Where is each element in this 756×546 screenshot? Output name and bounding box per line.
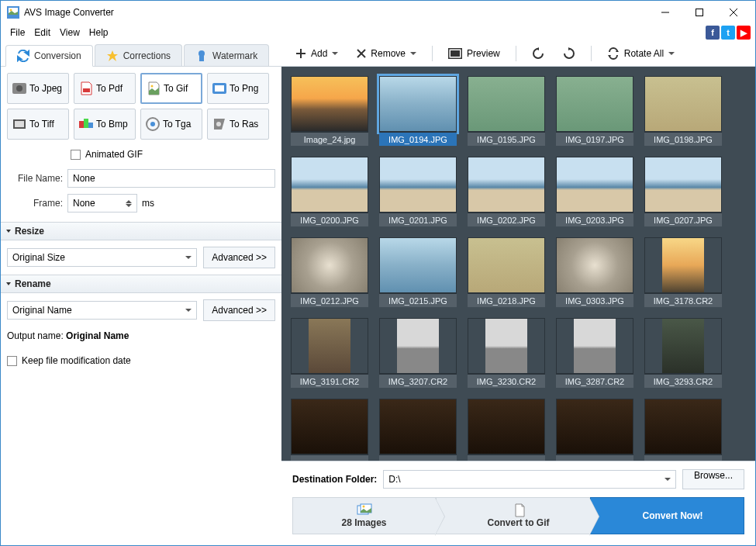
thumbnail[interactable] xyxy=(468,399,545,461)
format-button-to-tga[interactable]: To Tga xyxy=(140,109,202,140)
facebook-icon[interactable]: f xyxy=(706,26,720,40)
thumbnail-caption: IMG_0212.JPG xyxy=(291,293,368,307)
output-name-value: Original Name xyxy=(66,330,129,341)
menu-view[interactable]: View xyxy=(55,26,85,40)
remove-button[interactable]: Remove xyxy=(349,43,424,64)
thumbnail-caption: IMG_0207.JPG xyxy=(644,213,722,226)
format-label: To Pdf xyxy=(96,83,123,94)
thumbnail-image xyxy=(379,237,457,293)
thumbnail-caption: IMG_3178.CR2 xyxy=(644,293,722,307)
add-button[interactable]: Add xyxy=(288,43,346,64)
keep-date-checkbox[interactable] xyxy=(7,356,17,366)
destination-label: Destination Folder: xyxy=(292,474,377,485)
thumbnail[interactable]: IMG_3178.CR2 xyxy=(644,237,722,307)
thumbnail[interactable]: IMG_3230.CR2 xyxy=(468,318,545,388)
browse-button[interactable]: Browse... xyxy=(682,469,744,489)
close-button[interactable] xyxy=(716,2,751,23)
tab-watermark[interactable]: Watermark xyxy=(184,44,269,66)
thumbnail[interactable]: Image_24.jpg xyxy=(291,76,368,146)
svg-point-36 xyxy=(362,506,364,508)
twitter-icon[interactable]: t xyxy=(721,26,735,40)
youtube-icon[interactable]: ▶ xyxy=(737,26,751,40)
step-convert-to: Convert to Gif xyxy=(436,497,590,534)
rename-combo[interactable]: Original Name xyxy=(7,301,197,320)
thumbnail-caption: IMG_3207.CR2 xyxy=(379,374,457,388)
format-button-to-gif[interactable]: To Gif xyxy=(140,73,202,104)
maximize-button[interactable] xyxy=(682,2,716,23)
thumbnail[interactable]: IMG_0201.JPG xyxy=(379,157,457,226)
thumbnail[interactable]: IMG_0195.JPG xyxy=(468,76,545,146)
thumbnail[interactable]: IMG_3293.CR2 xyxy=(644,318,722,388)
thumbnail-image xyxy=(644,399,722,454)
resize-advanced-button[interactable]: Advanced >> xyxy=(203,247,275,268)
format-label: To Gif xyxy=(164,83,188,94)
animated-gif-checkbox[interactable] xyxy=(71,150,81,160)
thumbnail[interactable] xyxy=(644,399,722,461)
format-button-to-pdf[interactable]: To Pdf xyxy=(74,73,136,104)
destination-combo[interactable]: D:\ xyxy=(383,470,676,489)
svg-rect-4 xyxy=(696,9,703,16)
rename-header[interactable]: Rename xyxy=(1,275,281,293)
thumbnail[interactable]: IMG_0197.JPG xyxy=(556,76,633,146)
rotate-left-button[interactable] xyxy=(524,43,552,64)
thumbnail-caption: IMG_3230.CR2 xyxy=(468,374,545,388)
thumbnail-caption: IMG_3293.CR2 xyxy=(644,374,722,388)
right-panel: Image_24.jpgIMG_0194.JPGIMG_0195.JPGIMG_… xyxy=(281,67,755,545)
tab-conversion[interactable]: Conversion xyxy=(5,45,93,67)
rename-head-label: Rename xyxy=(15,278,51,289)
thumbnail[interactable] xyxy=(291,399,368,461)
menu-edit[interactable]: Edit xyxy=(29,26,55,40)
format-icon xyxy=(12,81,26,95)
minimize-button[interactable] xyxy=(648,2,682,23)
format-button-to-ras[interactable]: To Ras xyxy=(207,109,269,140)
preview-button[interactable]: Preview xyxy=(440,43,508,64)
remove-label: Remove xyxy=(371,48,406,59)
thumbnail[interactable]: IMG_0194.JPG xyxy=(379,76,457,146)
window-title: AVS Image Converter xyxy=(24,7,648,18)
thumbnail[interactable]: IMG_0198.JPG xyxy=(644,76,722,146)
tab-corrections[interactable]: Corrections xyxy=(95,44,182,66)
thumbnail[interactable]: IMG_0203.JPG xyxy=(556,157,633,226)
format-button-to-bmp[interactable]: To Bmp xyxy=(74,109,136,140)
format-button-to-tiff[interactable]: To Tiff xyxy=(7,109,69,140)
rename-advanced-button[interactable]: Advanced >> xyxy=(203,299,275,321)
step-images: 28 Images xyxy=(292,497,436,534)
resize-header[interactable]: Resize xyxy=(1,222,281,240)
thumbnail-caption: IMG_0201.JPG xyxy=(379,213,457,226)
thumbnail[interactable] xyxy=(379,399,457,461)
convert-now-label: Convert Now! xyxy=(643,510,703,521)
thumbnail-caption: IMG_0215.JPG xyxy=(379,293,457,307)
thumbnail-image xyxy=(379,157,457,213)
thumbnail-gallery[interactable]: Image_24.jpgIMG_0194.JPGIMG_0195.JPGIMG_… xyxy=(281,67,755,461)
menu-help[interactable]: Help xyxy=(85,26,113,40)
thumbnail[interactable] xyxy=(556,399,633,461)
step-convert-to-label: Convert to Gif xyxy=(488,517,550,528)
resize-combo[interactable]: Original Size xyxy=(7,248,197,267)
thumbnail[interactable]: IMG_0202.JPG xyxy=(468,157,545,226)
format-button-to-jpeg[interactable]: To Jpeg xyxy=(7,73,69,104)
menu-file[interactable]: File xyxy=(5,26,29,40)
thumbnail[interactable]: IMG_3287.CR2 xyxy=(556,318,633,388)
thumbnail-image xyxy=(556,76,633,132)
filename-input[interactable] xyxy=(67,169,275,188)
thumbnail[interactable]: IMG_0200.JPG xyxy=(291,157,368,226)
rotate-all-button[interactable]: Rotate All xyxy=(599,43,682,64)
bottom-bar: Destination Folder: D:\ Browse... 28 Ima… xyxy=(281,461,755,545)
thumbnail[interactable]: IMG_0218.JPG xyxy=(468,237,545,307)
format-label: To Bmp xyxy=(96,119,128,130)
thumbnail[interactable]: IMG_3207.CR2 xyxy=(379,318,457,388)
thumbnail[interactable]: IMG_0212.JPG xyxy=(291,237,368,307)
thumbnail-caption xyxy=(556,454,633,461)
thumbnail[interactable]: IMG_0303.JPG xyxy=(556,237,633,307)
svg-rect-22 xyxy=(83,88,90,92)
thumbnail-image xyxy=(556,157,633,213)
rotate-right-button[interactable] xyxy=(555,43,583,64)
thumbnail[interactable]: IMG_0207.JPG xyxy=(644,157,722,226)
tabbar: Conversion Corrections Watermark xyxy=(1,41,281,66)
convert-now-button[interactable]: Convert Now! xyxy=(590,497,744,534)
thumbnail-caption: IMG_3191.CR2 xyxy=(291,374,368,388)
frame-spinner[interactable]: None xyxy=(67,194,137,213)
thumbnail[interactable]: IMG_3191.CR2 xyxy=(291,318,368,388)
thumbnail[interactable]: IMG_0215.JPG xyxy=(379,237,457,307)
format-button-to-png[interactable]: To Png xyxy=(207,73,269,104)
